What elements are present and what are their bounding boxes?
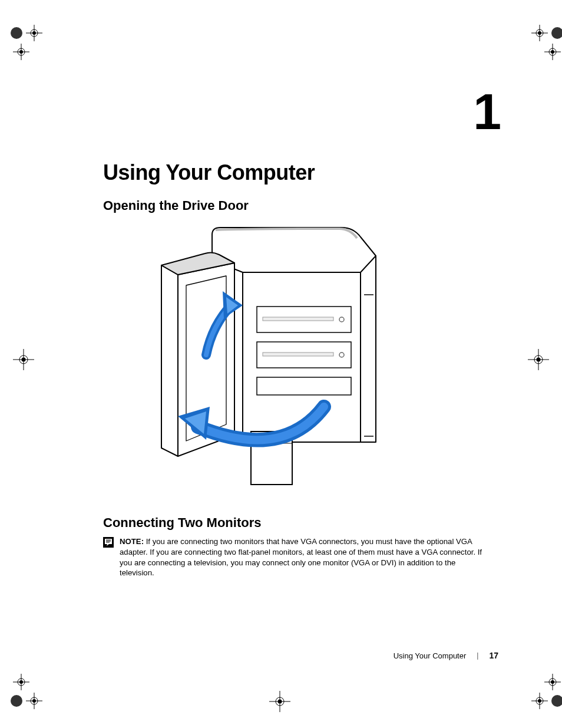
- crop-mark-icon: [521, 348, 556, 383]
- footer-section: Using Your Computer: [394, 651, 467, 660]
- svg-point-7: [18, 48, 25, 55]
- svg-point-38: [551, 680, 554, 684]
- svg-point-29: [19, 680, 23, 684]
- crop-mark-icon: [521, 22, 556, 58]
- page-footer: Using Your Computer | 17: [394, 651, 498, 660]
- section-heading-drive-door: Opening the Drive Door: [103, 198, 249, 213]
- svg-point-0: [11, 27, 22, 39]
- svg-point-4: [32, 31, 36, 35]
- drive-door-illustration: [141, 224, 389, 495]
- svg-point-3: [31, 29, 38, 37]
- note-block: NOTE: If you are connecting two monitors…: [103, 536, 492, 578]
- svg-point-13: [538, 31, 541, 35]
- svg-point-34: [32, 699, 36, 703]
- svg-point-25: [537, 358, 541, 362]
- svg-point-37: [549, 678, 556, 686]
- crop-mark-icon: [521, 670, 556, 706]
- note-text: NOTE: If you are connecting two monitors…: [120, 536, 492, 578]
- svg-rect-53: [263, 317, 333, 321]
- svg-point-8: [19, 50, 23, 54]
- crop-mark-icon: [6, 348, 41, 383]
- crop-mark-icon: [262, 690, 297, 725]
- svg-rect-55: [263, 353, 333, 356]
- svg-rect-57: [257, 377, 351, 395]
- svg-point-28: [18, 678, 25, 686]
- note-icon: [103, 537, 114, 548]
- chapter-title: Using Your Computer: [103, 160, 315, 185]
- svg-point-46: [276, 697, 284, 706]
- section-heading-two-monitors: Connecting Two Monitors: [103, 515, 261, 531]
- svg-point-12: [536, 29, 543, 37]
- svg-point-30: [11, 695, 22, 707]
- footer-separator: |: [477, 651, 478, 660]
- svg-point-43: [538, 699, 541, 703]
- svg-point-47: [278, 700, 282, 704]
- svg-point-20: [19, 355, 28, 364]
- svg-point-9: [551, 27, 562, 39]
- svg-point-21: [22, 358, 26, 362]
- note-label: NOTE:: [120, 537, 144, 546]
- crop-mark-icon: [6, 670, 41, 706]
- footer-page-number: 17: [489, 651, 498, 660]
- svg-point-17: [551, 50, 554, 54]
- crop-mark-icon: [6, 22, 41, 58]
- note-body: If you are connecting two monitors that …: [120, 537, 482, 577]
- svg-point-24: [534, 355, 543, 364]
- svg-point-42: [536, 697, 543, 704]
- svg-point-16: [549, 48, 556, 55]
- svg-point-33: [31, 697, 38, 704]
- svg-point-39: [551, 695, 562, 707]
- chapter-number: 1: [473, 83, 500, 141]
